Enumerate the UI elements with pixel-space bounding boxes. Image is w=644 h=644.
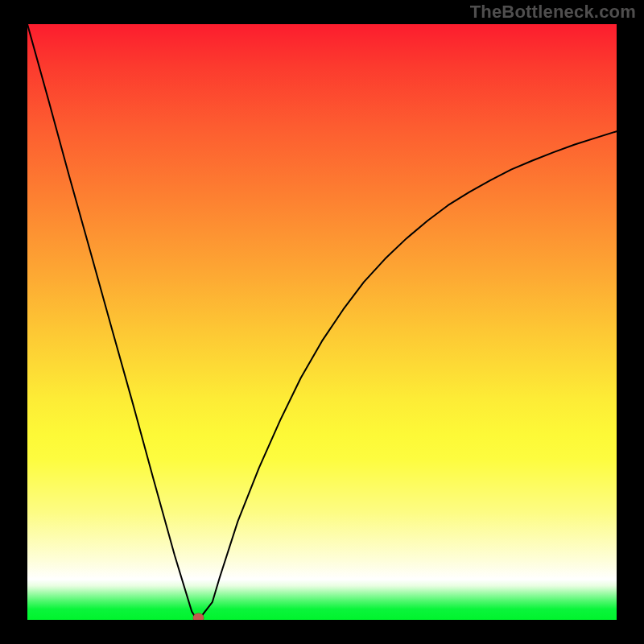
bottleneck-curve — [27, 24, 617, 620]
chart-frame: TheBottleneck.com — [0, 0, 644, 644]
optimal-point-marker — [193, 613, 204, 620]
watermark-text: TheBottleneck.com — [470, 2, 636, 23]
plot-area — [27, 24, 617, 620]
